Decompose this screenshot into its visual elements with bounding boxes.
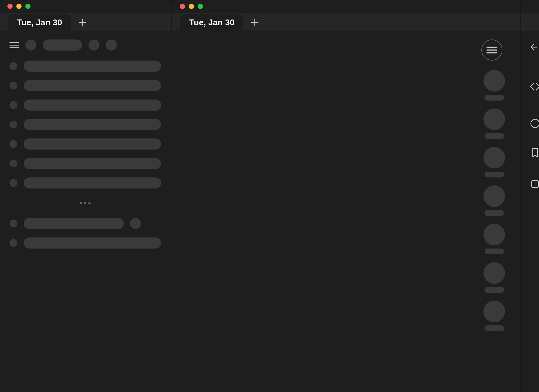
skeleton-placeholder bbox=[106, 39, 117, 51]
skeleton-avatar bbox=[483, 301, 505, 331]
skeleton-row bbox=[9, 100, 161, 111]
tab-title: Tue, Jan 30 bbox=[17, 18, 62, 27]
content-area bbox=[172, 31, 520, 392]
content-area bbox=[521, 31, 539, 392]
traffic-light-minimize-icon[interactable] bbox=[16, 4, 22, 9]
skeleton-ellipsis bbox=[9, 197, 161, 210]
skeleton-row bbox=[9, 138, 161, 150]
skeleton-row bbox=[9, 80, 161, 91]
plus-icon bbox=[251, 18, 259, 26]
window-right: Tue, Jan 30 bbox=[172, 0, 520, 392]
svg-rect-1 bbox=[532, 181, 538, 187]
skeleton-avatar bbox=[483, 70, 505, 101]
menu-button[interactable] bbox=[481, 39, 502, 61]
window-edge bbox=[521, 0, 539, 392]
new-tab-button[interactable] bbox=[248, 16, 261, 29]
skeleton-avatar bbox=[483, 108, 505, 139]
skeleton-avatar bbox=[483, 224, 505, 254]
tab-active[interactable]: Tue, Jan 30 bbox=[180, 14, 243, 31]
skeleton-placeholder bbox=[25, 39, 36, 51]
traffic-light-minimize-icon[interactable] bbox=[189, 4, 194, 9]
skeleton-avatar bbox=[483, 147, 505, 177]
traffic-light-zoom-icon[interactable] bbox=[25, 4, 31, 9]
circle-icon[interactable] bbox=[529, 117, 539, 130]
code-brackets-icon[interactable] bbox=[529, 81, 539, 93]
titlebar bbox=[521, 0, 539, 13]
tab-strip: Tue, Jan 30 bbox=[0, 13, 171, 31]
back-arrow-icon[interactable] bbox=[529, 41, 539, 53]
traffic-light-close-icon[interactable] bbox=[180, 4, 185, 9]
titlebar bbox=[172, 0, 520, 13]
skeleton-placeholder bbox=[88, 39, 99, 51]
skeleton-row bbox=[9, 237, 161, 249]
hamburger-icon bbox=[486, 47, 497, 53]
skeleton-placeholder bbox=[43, 39, 82, 51]
tab-strip: Tue, Jan 30 bbox=[172, 13, 520, 31]
new-tab-button[interactable] bbox=[76, 16, 89, 29]
skeleton-row bbox=[9, 158, 161, 169]
content-area bbox=[0, 31, 171, 392]
square-icon[interactable] bbox=[529, 178, 539, 190]
skeleton-row bbox=[9, 119, 161, 130]
traffic-light-zoom-icon[interactable] bbox=[198, 4, 203, 9]
skeleton-avatar bbox=[483, 262, 505, 293]
window-left: Tue, Jan 30 bbox=[0, 0, 171, 392]
tab-active[interactable]: Tue, Jan 30 bbox=[8, 14, 71, 31]
skeleton-avatars bbox=[483, 70, 505, 331]
menu-button[interactable] bbox=[9, 42, 19, 48]
bookmark-icon[interactable] bbox=[529, 146, 539, 158]
tab-title: Tue, Jan 30 bbox=[189, 18, 234, 27]
skeleton-row bbox=[9, 61, 161, 72]
svg-point-0 bbox=[531, 119, 539, 128]
plus-icon bbox=[78, 18, 86, 26]
skeleton-row bbox=[9, 218, 161, 229]
toolbar bbox=[0, 31, 171, 51]
skeleton-list bbox=[0, 51, 171, 249]
traffic-light-close-icon[interactable] bbox=[7, 4, 13, 9]
skeleton-row bbox=[9, 177, 161, 188]
tab-strip bbox=[521, 13, 539, 31]
titlebar bbox=[0, 0, 171, 13]
skeleton-avatar bbox=[483, 185, 505, 216]
